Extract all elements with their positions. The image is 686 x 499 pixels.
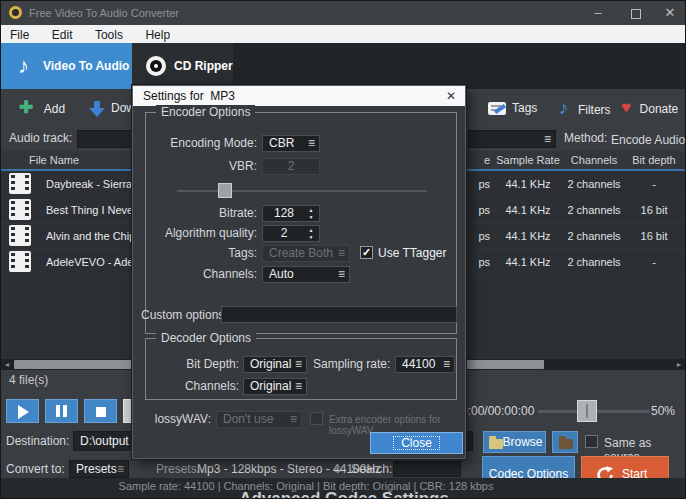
tags-label: Tags: [153,245,257,262]
cd-icon [146,56,166,76]
vbr-input: 2 [262,158,320,175]
close-button[interactable]: ✕ [655,1,685,25]
lossywav-label: lossyWAV: [153,411,211,428]
audio-track-label: Audio track: [9,131,72,145]
convert-to-dropdown[interactable]: Presets ≡ [69,460,129,478]
file-count: 4 file(s) [9,373,48,387]
encoding-mode-label: Encoding Mode: [153,135,257,152]
filter-dropdown[interactable]: ≡ [468,130,556,148]
lossywav-extra-checkbox [310,412,323,425]
encoder-options-legend: Encoder Options [156,105,255,119]
stop-icon [96,407,106,417]
search-input[interactable] [393,461,461,477]
app-window: Free Video To Audio Converter – ✕ File E… [0,0,686,499]
tags-dropdown: Create Both ≡ [262,245,350,262]
donate-button[interactable]: ♥ Donate [621,89,678,127]
window-title: Free Video To Audio Converter [29,1,179,25]
lossywav-dropdown: Don't use ≡ [216,411,302,428]
video-file-icon [9,199,31,220]
convert-to-label: Convert to: [6,462,65,476]
sampling-rate-label: Sampling rate: [313,357,390,371]
same-as-source-checkbox[interactable] [585,435,598,448]
channels-label: Channels: [153,266,257,283]
play-button[interactable] [6,399,39,423]
open-folder-button[interactable] [552,431,578,453]
menu-edit[interactable]: Edit [43,26,82,44]
tab-bar: ♪ Video To Audio CD Ripper [1,43,686,89]
add-button[interactable]: ✚ Add [19,89,65,127]
dialog-title: Settings for MP3 [143,86,235,106]
destination-label: Destination: [6,434,69,448]
use-ttagger-label: Use TTagger [378,246,446,260]
browse-button[interactable]: Browse [483,431,546,453]
heart-icon: ♥ [621,98,631,117]
algorithm-quality-label: Algorithm quality: [153,225,257,242]
pause-icon [56,405,67,417]
music-note-icon: ♪ [18,43,29,89]
method-dropdown[interactable]: Encode Audio ≡ [611,131,686,147]
lossywav-burger-icon: ≡ [290,412,297,427]
volume-percent: 50% [651,404,675,418]
video-file-icon [9,225,31,246]
encoding-burger-icon: ≡ [308,136,315,151]
search-label: Search: [351,462,392,476]
minimize-button[interactable]: – [583,1,613,25]
dialog-title-bar[interactable]: Settings for MP3 ✕ [133,86,465,106]
scroll-left-icon[interactable]: ◄ [1,359,13,370]
title-bar[interactable]: Free Video To Audio Converter – ✕ [1,1,686,25]
tab-video-to-audio[interactable]: ♪ Video To Audio [1,43,132,89]
maximize-button[interactable] [621,1,651,25]
vbr-slider-handle[interactable] [218,183,232,198]
pause-button[interactable] [45,399,78,423]
sampling-rate-dropdown[interactable]: 44100 ≡ [395,356,455,373]
bit-depth-label: Bit Depth: [153,356,239,373]
dec-channels-burger-icon: ≡ [295,379,302,394]
bit-depth-burger-icon: ≡ [295,357,302,372]
video-file-icon [9,173,31,194]
column-sample-rate[interactable]: Sample Rate [491,151,565,169]
tags-burger-icon: ≡ [338,246,345,261]
sampling-rate-burger-icon: ≡ [443,357,450,372]
column-channels[interactable]: Channels [557,151,631,169]
menu-tools[interactable]: Tools [86,26,132,44]
filters-note-icon: ♪ [559,97,569,118]
use-ttagger-checkbox[interactable]: ✓ [360,246,373,259]
open-folder-icon [559,439,573,449]
maximize-icon [631,9,641,19]
custom-options-label: Custom options: [141,308,228,322]
plus-icon: ✚ [19,98,33,117]
download-arrow-icon [89,101,105,117]
channels-dropdown[interactable]: Auto ≡ [262,266,350,283]
custom-options-input[interactable] [221,306,457,323]
dropdown-burger-icon: ≡ [544,131,551,147]
vbr-slider[interactable] [177,190,427,192]
menu-help[interactable]: Help [136,26,179,44]
decoder-options-legend: Decoder Options [156,331,256,345]
column-file-name[interactable]: File Name [29,151,79,169]
encoding-mode-dropdown[interactable]: CBR ≡ [262,135,320,152]
close-dialog-button[interactable]: Close [370,432,463,454]
app-icon [9,6,22,19]
column-bit-depth[interactable]: Bit depth [623,151,685,169]
stop-button[interactable] [84,399,117,423]
folder-icon [489,439,503,449]
algorithm-quality-spinner[interactable]: 2 ▲▼ [262,225,320,242]
play-icon [18,405,29,419]
tab-cd-ripper[interactable]: CD Ripper [132,43,233,89]
channels-burger-icon: ≡ [338,267,345,282]
menu-file[interactable]: File [1,26,38,44]
bit-depth-dropdown[interactable]: Original ≡ [243,356,307,373]
filters-button[interactable]: ♪ Filters [559,89,611,127]
spinner-arrows-icon[interactable]: ▲▼ [304,207,318,220]
dialog-close-icon[interactable]: ✕ [437,86,465,106]
scroll-right-icon[interactable]: ► [673,359,685,370]
volume-slider-handle[interactable] [577,400,597,422]
convert-burger-icon: ≡ [117,461,124,477]
spinner-arrows-icon[interactable]: ▲▼ [304,227,318,240]
method-label: Method: [564,131,607,145]
presets-burger-icon[interactable]: ≡ [334,462,341,476]
presets-label: Presets: [156,462,200,476]
dec-channels-dropdown[interactable]: Original ≡ [243,378,307,395]
bitrate-spinner[interactable]: 128 ▲▼ [262,205,320,222]
menu-bar: File Edit Tools Help [1,25,686,43]
